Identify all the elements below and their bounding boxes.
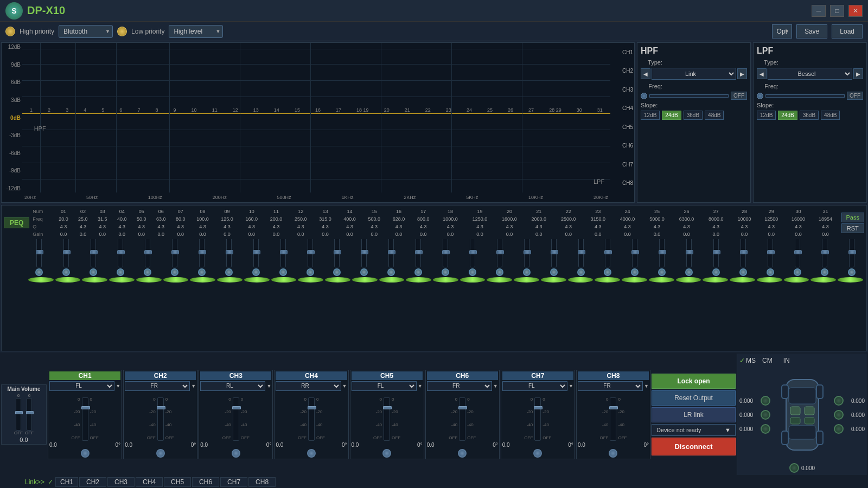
- ch-assign-ch4[interactable]: RR FLFRRLRR: [276, 381, 341, 391]
- ch5-eq-label[interactable]: CH5: [610, 124, 634, 130]
- eq-dot-25[interactable]: [676, 277, 701, 282]
- fader-knob-4[interactable]: [117, 268, 124, 276]
- fader-8[interactable]: [226, 239, 232, 267]
- fader-knob-6[interactable]: [171, 268, 178, 276]
- fader-knob-14[interactable]: [387, 268, 395, 276]
- ms-knob-7[interactable]: [789, 463, 799, 473]
- eq-dot-27[interactable]: [730, 277, 755, 282]
- eq-dot-10[interactable]: [271, 277, 297, 282]
- ms-knob-4[interactable]: [834, 396, 844, 406]
- fader-knob-19[interactable]: [523, 268, 531, 276]
- in-tab[interactable]: IN: [779, 356, 794, 365]
- maximize-button[interactable]: □: [830, 5, 844, 17]
- lr-link-button[interactable]: LR link: [652, 407, 736, 422]
- ch-header-ch8[interactable]: CH8: [578, 371, 649, 380]
- fader-5[interactable]: [145, 239, 150, 267]
- fader-knob-28[interactable]: [767, 268, 774, 276]
- ch-header-ch4[interactable]: CH4: [276, 371, 347, 380]
- reset-output-button[interactable]: Reset Output: [652, 390, 736, 406]
- fader-knob-31[interactable]: [848, 268, 856, 276]
- fader-18[interactable]: [497, 239, 502, 267]
- ch2-eq-label[interactable]: CH2: [610, 68, 634, 74]
- fader-knob-8[interactable]: [225, 268, 233, 276]
- fader-27[interactable]: [741, 239, 746, 267]
- fader-knob-15[interactable]: [414, 268, 422, 276]
- fader-23[interactable]: [632, 239, 637, 267]
- ms-knob-2[interactable]: [761, 410, 770, 420]
- hpf-slope-24db[interactable]: 24dB: [662, 111, 681, 120]
- fader-knob-3[interactable]: [90, 268, 97, 276]
- fader-knob-12[interactable]: [333, 268, 341, 276]
- eq-dot-23[interactable]: [622, 277, 647, 282]
- ch-assign-ch8[interactable]: FR FLFRRLRR: [578, 381, 643, 391]
- lpf-type-select[interactable]: Bessel Link Butterworth: [768, 68, 852, 80]
- hpf-type-next[interactable]: ▶: [737, 68, 747, 79]
- fader-4[interactable]: [118, 239, 123, 267]
- fader-knob-5[interactable]: [144, 268, 151, 276]
- fader-25[interactable]: [686, 239, 692, 267]
- eq-dot-24[interactable]: [649, 277, 674, 282]
- fader-knob-7[interactable]: [198, 268, 206, 276]
- fader-2[interactable]: [63, 239, 69, 267]
- hpf-type-select[interactable]: Link Bessel Butterworth: [652, 68, 736, 80]
- ms-knob-5[interactable]: [834, 410, 844, 420]
- hpf-type-prev[interactable]: ◀: [641, 68, 650, 79]
- eq-dot-16[interactable]: [433, 277, 458, 282]
- device-status-dropdown[interactable]: Device not ready ▼: [652, 424, 736, 436]
- eq-dot-13[interactable]: [352, 277, 378, 282]
- fader-15[interactable]: [416, 239, 421, 267]
- ch-fader-ch5[interactable]: [384, 397, 390, 441]
- opt-button[interactable]: Opt: [772, 24, 792, 38]
- eq-dot-29[interactable]: [784, 277, 809, 282]
- eq-graph[interactable]: 123456789101112131415161718 192021222324…: [22, 43, 610, 192]
- save-button[interactable]: Save: [796, 24, 827, 38]
- ch1-eq-label[interactable]: CH1: [610, 49, 634, 55]
- fader-14[interactable]: [388, 239, 394, 267]
- ch-trim-ch5[interactable]: [382, 449, 391, 458]
- link-ch4[interactable]: CH4: [136, 477, 163, 487]
- fader-21[interactable]: [578, 239, 584, 267]
- eq-dot-20[interactable]: [541, 277, 566, 282]
- eq-dot-22[interactable]: [595, 277, 620, 282]
- ch-trim-ch6[interactable]: [458, 449, 467, 458]
- hpf-slope-36db[interactable]: 36dB: [684, 111, 703, 120]
- ch-fader-ch1[interactable]: [82, 397, 88, 441]
- fader-knob-21[interactable]: [577, 268, 585, 276]
- fader-knob-27[interactable]: [739, 268, 747, 276]
- disconnect-button[interactable]: Disconnect: [652, 438, 736, 455]
- ch-fader-ch8[interactable]: [610, 397, 616, 441]
- fader-28[interactable]: [768, 239, 773, 267]
- ch4-eq-label[interactable]: CH4: [610, 105, 634, 111]
- ch-assign-ch6[interactable]: FR FLFRRLRR: [427, 381, 492, 391]
- link-ch1[interactable]: CH1: [55, 477, 78, 487]
- ch-header-ch5[interactable]: CH5: [352, 371, 423, 380]
- fader-1[interactable]: [36, 239, 42, 267]
- fader-knob-30[interactable]: [821, 268, 828, 276]
- eq-dot-26[interactable]: [703, 277, 728, 282]
- ms-knob-1[interactable]: [761, 396, 770, 406]
- lpf-type-prev[interactable]: ◀: [757, 68, 767, 79]
- hpf-slope-12db[interactable]: 12dB: [641, 111, 660, 120]
- ch-fader-ch4[interactable]: [308, 397, 315, 441]
- eq-dot-19[interactable]: [514, 277, 539, 282]
- fader-31[interactable]: [849, 239, 854, 267]
- eq-dot-6[interactable]: [163, 277, 189, 282]
- eq-dot-1[interactable]: [28, 277, 54, 282]
- ch-assign-ch3[interactable]: RL FLFRRLRR: [200, 381, 265, 391]
- eq-dot-8[interactable]: [217, 277, 242, 282]
- ch-fader-ch6[interactable]: [459, 397, 465, 441]
- high-priority-select[interactable]: Blutooth USB Optical: [59, 25, 113, 38]
- ch-header-ch3[interactable]: CH3: [200, 371, 271, 380]
- link-ch6[interactable]: CH6: [192, 477, 219, 487]
- link-ch3[interactable]: CH3: [107, 477, 135, 487]
- main-vol-fader-left[interactable]: [16, 398, 21, 431]
- link-ch8[interactable]: CH8: [248, 477, 276, 487]
- fader-knob-10[interactable]: [279, 268, 287, 276]
- link-ch7[interactable]: CH7: [220, 477, 247, 487]
- fader-3[interactable]: [91, 239, 96, 267]
- fader-knob-11[interactable]: [307, 268, 314, 276]
- fader-19[interactable]: [524, 239, 529, 267]
- lock-open-button[interactable]: Lock open: [652, 374, 736, 389]
- fader-knob-2[interactable]: [62, 268, 70, 276]
- eq-dot-30[interactable]: [810, 277, 836, 282]
